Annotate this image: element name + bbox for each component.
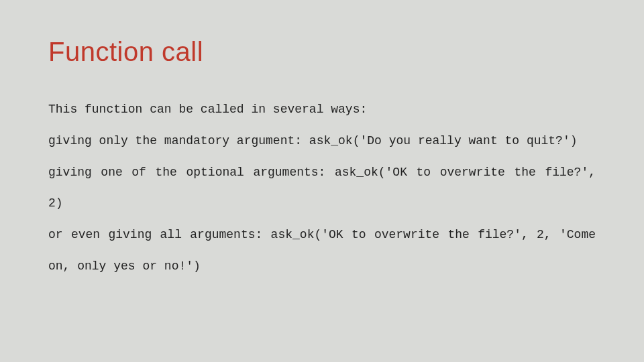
body-paragraph: giving one of the optional arguments: as… xyxy=(48,157,596,220)
slide: Function call This function can be calle… xyxy=(0,0,644,362)
slide-title: Function call xyxy=(48,37,596,67)
body-paragraph: or even giving all arguments: ask_ok('OK… xyxy=(48,219,596,282)
slide-body: This function can be called in several w… xyxy=(48,94,596,282)
body-paragraph: giving only the mandatory argument: ask_… xyxy=(48,125,596,157)
body-paragraph: This function can be called in several w… xyxy=(48,94,596,125)
